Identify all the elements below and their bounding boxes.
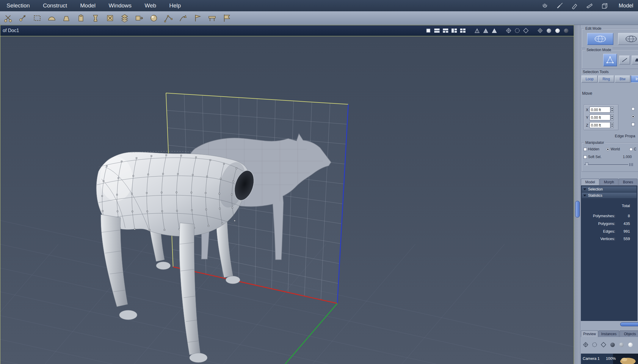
move-z-stepper[interactable] xyxy=(611,122,614,128)
collapse-arrow-icon xyxy=(583,195,586,196)
solid-diamond-icon[interactable] xyxy=(537,28,543,33)
layout-three-icon[interactable] xyxy=(451,28,457,33)
polyline-icon[interactable] xyxy=(162,12,175,24)
between-button[interactable]: Btw xyxy=(615,75,630,83)
tab-objects[interactable]: Objects xyxy=(620,330,638,337)
horizontal-scrollbar[interactable] xyxy=(620,322,638,326)
shaded-dark-sphere-icon[interactable] xyxy=(609,342,615,348)
stats-total-label: Total xyxy=(615,204,630,208)
shaded-light-sphere-icon[interactable] xyxy=(627,342,633,348)
tab-bones[interactable]: Bones xyxy=(619,179,637,185)
menu-selection[interactable]: Selection xyxy=(0,0,36,11)
shaded-mid-sphere-icon[interactable] xyxy=(618,342,624,348)
ring-button[interactable]: Ring xyxy=(598,75,614,83)
scissors-icon[interactable] xyxy=(2,12,14,24)
tab-morph[interactable]: Morph xyxy=(600,179,618,185)
loop-button[interactable]: Loop xyxy=(581,75,598,83)
tab-model[interactable]: Model xyxy=(581,179,599,185)
flag-icon[interactable] xyxy=(191,12,204,24)
menu-windows[interactable]: Windows xyxy=(102,0,138,11)
move-x-radio[interactable] xyxy=(631,107,635,111)
wire-diamond-icon[interactable] xyxy=(601,342,606,348)
tab-preview[interactable]: Preview xyxy=(581,330,598,337)
smooth-one-icon[interactable] xyxy=(474,28,480,33)
gyro-icon[interactable] xyxy=(592,342,598,348)
move-y-stepper[interactable] xyxy=(611,114,614,120)
inner-button[interactable]: In xyxy=(631,75,638,83)
knife-icon[interactable] xyxy=(586,2,593,9)
move-x-stepper[interactable] xyxy=(611,107,614,113)
cube-icon[interactable] xyxy=(601,2,608,9)
layout-two-icon[interactable] xyxy=(443,28,449,33)
world-label: World xyxy=(611,147,620,151)
menu-construct[interactable]: Construct xyxy=(36,0,73,11)
hidden-label: Hidden xyxy=(588,147,599,151)
soft-selection-checkbox[interactable] xyxy=(584,155,587,159)
slider-end-grip[interactable] xyxy=(629,163,634,166)
shaded-dark-sphere-icon[interactable] xyxy=(563,28,569,33)
edit-mode-group: Edit Mode xyxy=(581,29,638,48)
layout-single-icon[interactable] xyxy=(434,28,440,33)
brush-icon[interactable] xyxy=(556,2,563,9)
constraint-radio[interactable] xyxy=(629,148,633,151)
axis-y-label: Y xyxy=(585,115,589,120)
menu-web[interactable]: Web xyxy=(138,0,163,11)
export-icon[interactable] xyxy=(133,12,145,24)
camera-zoom-value: 100% xyxy=(606,356,616,361)
dome-icon[interactable] xyxy=(46,12,58,24)
bench-icon[interactable] xyxy=(206,12,218,24)
rotate-manipulator-icon[interactable] xyxy=(506,28,512,33)
vertex-select-button[interactable] xyxy=(603,54,617,66)
statistics-section-header[interactable]: Statistics xyxy=(582,193,637,198)
edge-select-button[interactable] xyxy=(619,56,630,64)
goblet-icon[interactable] xyxy=(89,12,102,24)
pen-icon[interactable] xyxy=(571,2,578,9)
crown-icon[interactable] xyxy=(60,12,73,24)
active-view-icon[interactable] xyxy=(425,28,431,33)
weld-icon[interactable] xyxy=(16,12,29,24)
stat-row-value: 8 xyxy=(615,214,630,218)
free-rotate-icon[interactable] xyxy=(514,28,520,33)
stack-icon[interactable] xyxy=(118,12,131,24)
viewport-3d: of Doc1 xyxy=(0,25,574,364)
menu-model[interactable]: Model xyxy=(73,0,102,11)
mode-label: Model xyxy=(619,3,633,9)
stat-row-label: Polymeshes: xyxy=(581,214,615,218)
wire-diamond-icon[interactable] xyxy=(523,28,529,33)
hand-icon[interactable] xyxy=(541,2,548,9)
properties-panel: Edit Mode Selection Mode Selection Tools… xyxy=(580,25,638,364)
smooth-two-icon[interactable] xyxy=(483,28,489,33)
selection-section-header[interactable]: Selection xyxy=(582,186,637,192)
marquee-icon[interactable] xyxy=(31,12,43,24)
viewport-header: of Doc1 xyxy=(0,25,574,36)
banner-icon[interactable] xyxy=(220,12,233,24)
move-z-input[interactable]: 0.00 ft xyxy=(590,122,610,128)
menu-help[interactable]: Help xyxy=(163,0,187,11)
tab-instances[interactable]: Instances xyxy=(598,330,619,337)
move-x-input[interactable]: 0.00 ft xyxy=(590,107,610,113)
move-y-input[interactable]: 0.00 ft xyxy=(590,114,610,120)
rotate-manipulator-icon[interactable] xyxy=(583,342,589,348)
camera-selector-bar[interactable]: Camera 1 100% xyxy=(581,354,638,364)
smooth-three-icon[interactable] xyxy=(491,28,497,33)
shaded-light-sphere-icon[interactable] xyxy=(554,28,560,33)
move-y-radio[interactable] xyxy=(631,115,635,118)
edit-mode-object-button[interactable] xyxy=(587,33,613,45)
panel-splitter[interactable] xyxy=(574,25,580,364)
edit-mode-component-button[interactable] xyxy=(618,33,638,45)
world-radio[interactable] xyxy=(606,148,609,151)
shaded-mid-sphere-icon[interactable] xyxy=(546,28,552,33)
hidden-checkbox[interactable] xyxy=(584,148,587,151)
delete-icon[interactable] xyxy=(104,12,116,24)
scene-canvas[interactable] xyxy=(0,36,574,364)
collapse-arrow-icon xyxy=(583,188,586,190)
splitter-handle[interactable] xyxy=(575,201,580,218)
face-select-button[interactable] xyxy=(632,56,638,64)
soft-selection-slider[interactable] xyxy=(584,164,628,166)
move-values-box: X 0.00 ft Y 0.00 ft Z 0.00 ft xyxy=(584,105,618,130)
clipboard-icon[interactable] xyxy=(75,12,87,24)
move-z-checkbox[interactable] xyxy=(631,123,635,126)
layout-quad-icon[interactable] xyxy=(460,28,466,33)
sweep-icon[interactable] xyxy=(177,12,189,24)
sphere-icon[interactable] xyxy=(148,12,160,24)
